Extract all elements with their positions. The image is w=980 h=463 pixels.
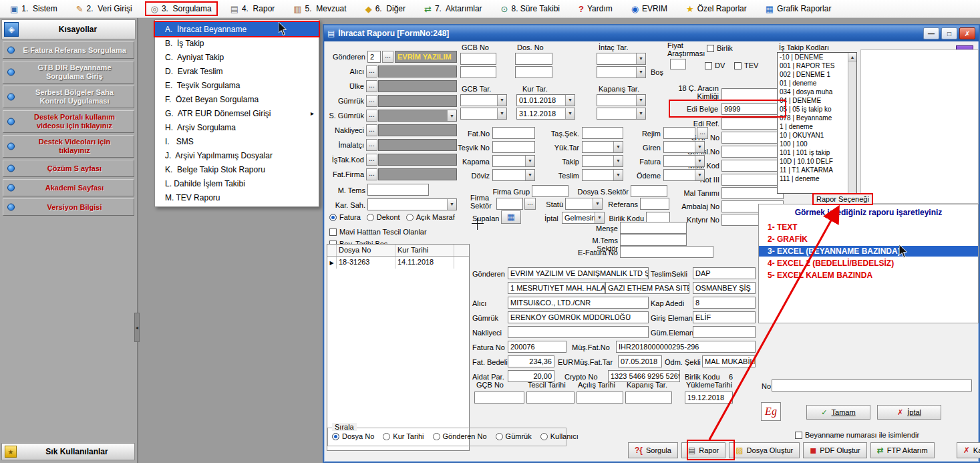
address-field[interactable]: 1 MESRUTIYET MAH. HALA [508, 282, 605, 294]
chevron-down-icon[interactable]: ▼ [695, 142, 704, 152]
list-item[interactable]: 111 | deneme [778, 174, 848, 183]
detail-gonderen-field[interactable]: EVRIM YAZILIM VE DANIŞMANLIK LTD Ş1 [508, 267, 649, 279]
mus-fat-no-field[interactable]: IHR2018000000295-296 [616, 341, 756, 353]
shortcuts-icon[interactable]: ◈ [4, 22, 19, 37]
teslim-dropdown[interactable]: ▼ [582, 169, 623, 181]
fat-bedeli-field[interactable]: 234,36 [508, 355, 554, 367]
dropdown-menu-item[interactable]: B. İş Takip [155, 36, 319, 50]
checkbox-icon[interactable] [329, 228, 337, 236]
address-field[interactable]: OSMANBEY ŞİŞ [693, 282, 756, 294]
acilis-tarihi-field[interactable] [577, 392, 623, 404]
gcb-no-field[interactable] [474, 392, 524, 404]
efatura-no-input[interactable] [620, 246, 713, 258]
chevron-down-icon[interactable]: ▼ [447, 110, 456, 121]
kap-adedi-field[interactable]: 8 [693, 297, 756, 309]
gum-elemani-field[interactable] [693, 326, 756, 338]
checkbox-icon[interactable] [705, 62, 712, 69]
radio-option[interactable]: Dekont [367, 213, 400, 221]
report-option[interactable]: 1- TEXT [759, 222, 978, 233]
kapanis-tar-field[interactable] [625, 392, 672, 404]
list-item[interactable]: 034 | dosya muha [778, 88, 848, 96]
menu-item[interactable]: ◆ 6. Diğer [361, 3, 410, 15]
gtip-no-input[interactable] [721, 132, 784, 144]
supalan-button[interactable]: ▦ [501, 210, 521, 224]
lookup-button[interactable]: ... [366, 65, 377, 78]
odeme-dropdown[interactable]: ▼ [663, 169, 705, 181]
imzala-button[interactable]: Eg [761, 402, 781, 421]
action-button[interactable]: ▨ Dosya Oluştur [729, 442, 800, 458]
tas-sek-input[interactable] [582, 127, 623, 139]
table-row[interactable]: ▶ 18-31263 14.11.2018 [327, 257, 469, 269]
intac-from-dropdown[interactable]: ▼ [597, 53, 646, 65]
sidebar-shortcut[interactable]: E-Fatura Referans Sorgulama [3, 41, 134, 59]
not-iii-input[interactable] [721, 174, 784, 186]
radio-icon[interactable] [540, 433, 548, 440]
giren-dropdown[interactable]: ▼ [663, 141, 705, 153]
doviz-dropdown[interactable]: ▼ [492, 169, 535, 181]
dropdown-menu-item[interactable]: H. Arşiv Sorgulama [155, 120, 319, 134]
dropdown-menu-item[interactable]: K. Belge Takip Stok Raporu [155, 162, 319, 176]
teslim-sekli-field[interactable]: DAP [693, 267, 756, 279]
yukleme-tarihi-field[interactable]: 19.12.2018 [685, 392, 733, 404]
lookup-button[interactable]: ... [366, 154, 377, 166]
chevron-down-icon[interactable]: ▼ [636, 108, 645, 119]
alici-field[interactable]: MITSUI&CO., LTD./CNR [508, 297, 649, 309]
firma-sektor-input[interactable] [496, 198, 523, 210]
no-input[interactable] [772, 379, 972, 392]
menu-item[interactable]: ★ Özel Raporlar [681, 3, 752, 15]
intac-to-dropdown[interactable]: ▼ [597, 66, 646, 78]
tev-checkbox[interactable]: TEV [734, 61, 758, 69]
lookup-button[interactable]: ... [366, 124, 377, 136]
dos-no-from-input[interactable] [515, 53, 552, 65]
gonderen-lookup-button[interactable]: ... [382, 51, 393, 63]
fatura-no-field[interactable]: 200076 [508, 341, 566, 353]
rejim-lookup-button[interactable]: ... [697, 127, 708, 139]
fiyat-arastirmasi-input[interactable] [670, 59, 686, 69]
checkbox-icon[interactable] [734, 62, 742, 69]
menu-item[interactable]: ⊙ 8. Süre Takibi [496, 3, 564, 15]
chevron-down-icon[interactable]: ▼ [636, 53, 645, 64]
referans-input[interactable] [640, 198, 669, 210]
menu-item[interactable]: ▤ 4. Rapor [226, 3, 280, 15]
edi-ref-input[interactable] [721, 118, 784, 130]
chevron-down-icon[interactable]: ▼ [613, 142, 623, 152]
kapanis-to-dropdown[interactable]: ▼ [597, 108, 646, 120]
radio-option[interactable]: Açık Masraf [406, 213, 455, 221]
dropdown-menu-item[interactable]: C. Ayniyat Takip [155, 50, 319, 64]
dropdown-menu-item[interactable]: A. İhracat Beyanname [155, 22, 319, 36]
chevron-down-icon[interactable]: ▼ [636, 95, 645, 106]
mtems-sektor-input[interactable] [620, 234, 687, 246]
sort-option[interactable]: Dosya No [332, 432, 374, 440]
radio-icon[interactable] [433, 433, 440, 440]
sidebar-shortcut[interactable]: Destek Portalı kullanım videosu için tık… [3, 110, 134, 133]
window-titlebar[interactable]: ▤ İhracat Raporu [FormNo:248] — □ ✗ [324, 25, 979, 41]
dosya-s-sektor-input[interactable] [631, 185, 667, 197]
grid-column-header[interactable]: Dosya No [337, 245, 395, 256]
sort-option[interactable]: Kur Tarihi [383, 432, 424, 440]
ser-isl-no-input[interactable] [721, 146, 784, 158]
chevron-down-icon[interactable]: ▼ [613, 170, 623, 180]
list-item[interactable]: 078 | Beyanname [778, 114, 848, 122]
tescil-tarihi-field[interactable] [526, 392, 575, 404]
list-item[interactable]: 10 | OKUYAN1 [778, 131, 848, 140]
list-item[interactable]: 1 | deneme [778, 122, 848, 131]
gelmesin-dropdown[interactable]: Gelmesin▼ [562, 212, 605, 224]
sidebar-collapse-handle[interactable]: ◂ [134, 313, 140, 342]
scroll-up-icon[interactable]: ▲ [848, 53, 856, 61]
mus-fat-tar-field[interactable]: 07.05.2018 [618, 355, 662, 367]
lookup-button[interactable]: ... [366, 95, 377, 107]
mense-input[interactable] [620, 222, 687, 234]
action-button[interactable]: ✗ Kapat [957, 442, 980, 458]
dropdown-menu-item[interactable]: M. TEV Raporu [155, 190, 319, 204]
iptal-button[interactable]: ✗ İptal [877, 405, 941, 420]
chevron-down-icon[interactable]: ▼ [497, 108, 506, 119]
kapama-dropdown[interactable]: ▼ [492, 155, 535, 167]
gcb-tar-to-dropdown[interactable]: ▼ [460, 108, 507, 120]
list-item[interactable]: -10 | DENEME [778, 53, 848, 61]
chevron-down-icon[interactable]: ▼ [695, 170, 704, 180]
list-item[interactable]: 04 | DENEME [778, 96, 848, 105]
chevron-down-icon[interactable]: ▼ [525, 170, 534, 180]
tesvik-no-input[interactable] [492, 141, 535, 153]
muaf-kod-input[interactable] [721, 160, 784, 172]
radio-option[interactable]: Fatura [329, 213, 361, 221]
